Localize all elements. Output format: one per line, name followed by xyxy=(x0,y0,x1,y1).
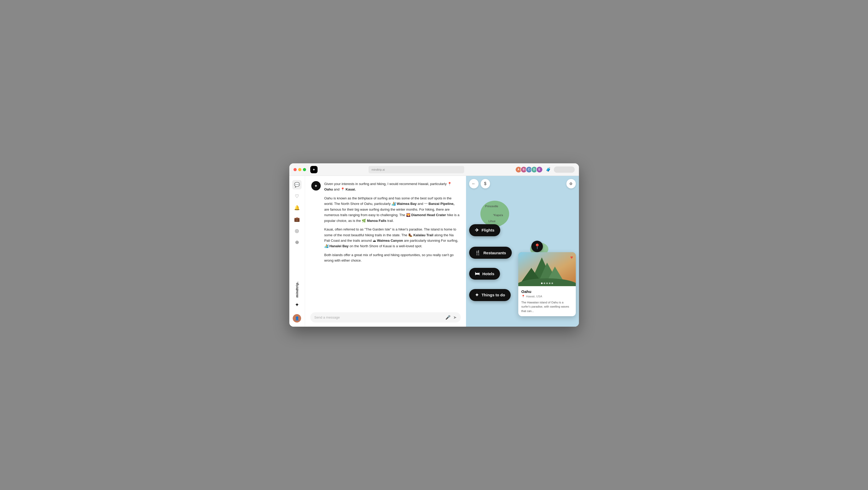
card-heart-icon[interactable]: ♥ xyxy=(570,255,573,260)
pin-icon-1: 📍 xyxy=(447,182,452,186)
hotels-label: Hotels xyxy=(482,272,494,276)
card-dot-5 xyxy=(552,282,553,284)
flights-icon: ✈ xyxy=(475,227,479,233)
message-body: Given your interests in surfing and hiki… xyxy=(324,181,460,264)
card-body: Oahu 📍 Hawaii, USA The Hawaiian island o… xyxy=(518,286,576,316)
sidebar-icon-heart[interactable]: ♡ xyxy=(292,191,302,201)
url-text: mindtrip.ai xyxy=(372,168,385,171)
ai-avatar: ✦ xyxy=(311,181,321,190)
things-to-do-icon: ✦ xyxy=(475,292,479,298)
oahu-card[interactable]: ♥ Oahu 📍 Hawaii, USA The Haw xyxy=(518,252,576,316)
traffic-lights xyxy=(293,168,306,171)
map-panel: Princeville °Kapa'a Lihue Lahaina Kihei … xyxy=(466,176,579,327)
flights-button[interactable]: ✈ Flights xyxy=(469,224,500,236)
close-button[interactable] xyxy=(293,168,297,171)
hanalei-text: Hanalei Bay xyxy=(329,244,349,248)
sidebar-brand: mindtrip. xyxy=(295,281,299,297)
surf-icon-1: 🏄 xyxy=(392,202,396,206)
minimize-button[interactable] xyxy=(298,168,301,171)
ai-message: ✦ Given your interests in surfing and hi… xyxy=(311,181,460,264)
sidebar-icon-chat[interactable]: 💬 xyxy=(292,180,302,189)
card-location-text: Hawaii, USA xyxy=(526,295,542,298)
chat-area: ✦ Given your interests in surfing and hi… xyxy=(305,176,466,327)
card-dot-2 xyxy=(544,282,545,284)
chat-input-area: 🎤 ➤ xyxy=(305,309,466,327)
and-text: and xyxy=(334,187,340,191)
card-image-dots xyxy=(541,282,553,284)
avatar-group: A B C D E xyxy=(515,166,543,173)
kauai-text: Kauai. xyxy=(345,187,356,191)
app-window: ✦ mindtrip.ai A B C D E xyxy=(289,163,579,327)
kalalau-text: Kalalau Trail xyxy=(413,233,433,237)
card-description: The Hawaiian island of Oahu is a surfer'… xyxy=(521,300,572,313)
sidebar-icon-add[interactable]: ⊕ xyxy=(292,238,302,247)
map-pin-oahu[interactable]: 📍 xyxy=(531,241,543,252)
app-logo: ✦ xyxy=(310,166,317,173)
message-input[interactable] xyxy=(314,315,443,319)
bag-icon[interactable]: 🧳 xyxy=(545,166,552,173)
map-dollar-button[interactable]: $ xyxy=(480,179,490,188)
pin-icon-2: 📍 xyxy=(341,187,345,191)
restaurants-label: Restaurants xyxy=(483,251,506,255)
para2d-text: on the North Shore of Kauai is a well-lo… xyxy=(349,244,422,248)
card-title: Oahu xyxy=(521,289,572,294)
para2c-text: are particularly stunning For surfing, xyxy=(404,239,458,243)
card-dot-3 xyxy=(546,282,548,284)
sidebar-icon-bell[interactable]: 🔔 xyxy=(292,203,302,212)
waimea-text: Waimea Bay xyxy=(397,202,416,206)
intro-text: Given your interests in surfing and hiki… xyxy=(324,182,448,186)
maximize-button[interactable] xyxy=(303,168,306,171)
restaurants-icon: 🍴 xyxy=(475,250,480,255)
title-bar: ✦ mindtrip.ai A B C D E xyxy=(289,163,579,176)
restaurants-button[interactable]: 🍴 Restaurants xyxy=(469,247,512,259)
para3-text: Both islands offer a great mix of surfin… xyxy=(324,252,460,264)
banzai-text: Banzai Pipeline, xyxy=(429,202,455,206)
flights-label: Flights xyxy=(482,228,494,232)
sidebar-icon-bag[interactable]: 💼 xyxy=(292,215,302,224)
tree-icon: 🌿 xyxy=(362,219,366,223)
oahu-text: Oahu xyxy=(324,187,333,191)
diamond-text: Diamond Head Crater xyxy=(411,213,446,217)
things-to-do-label: Things to do xyxy=(482,293,505,297)
things-to-do-button[interactable]: ✦ Things to do xyxy=(469,289,511,301)
profile-bar[interactable] xyxy=(554,166,575,173)
avatar-5: E xyxy=(536,166,543,173)
wave-icon: 〰 xyxy=(424,202,428,206)
and2-text: and xyxy=(418,202,424,206)
title-bar-right: A B C D E 🧳 xyxy=(515,166,575,173)
main-content: 💬 ♡ 🔔 💼 ◎ ⊕ mindtrip. ✦ 👤 ✦ Given your i… xyxy=(289,176,579,327)
sidebar-icon-location[interactable]: ◎ xyxy=(292,226,302,236)
canyon-icon: ⛰ xyxy=(373,239,376,243)
manoa-text: Manoa Falls xyxy=(367,219,386,223)
trail-icon: 🥾 xyxy=(408,233,412,237)
card-dot-4 xyxy=(549,282,551,284)
svg-point-1 xyxy=(480,201,509,227)
card-location: 📍 Hawaii, USA xyxy=(521,295,572,298)
chat-input-wrapper: 🎤 ➤ xyxy=(310,312,461,323)
para1d-text: trail. xyxy=(388,219,394,223)
chat-messages: ✦ Given your interests in surfing and hi… xyxy=(305,176,466,309)
hotels-button[interactable]: 🛏 Hotels xyxy=(469,268,500,280)
sidebar: 💬 ♡ 🔔 💼 ◎ ⊕ mindtrip. ✦ 👤 xyxy=(289,176,305,327)
send-icon[interactable]: ➤ xyxy=(453,315,457,320)
mic-icon[interactable]: 🎤 xyxy=(445,315,451,320)
card-dot-1 xyxy=(541,282,542,284)
map-filter-button[interactable]: ⚙ xyxy=(566,179,576,188)
sidebar-star-icon: ✦ xyxy=(295,302,299,308)
hotels-icon: 🛏 xyxy=(475,271,479,276)
hike-icon: 🌄 xyxy=(406,213,410,217)
waimea-canyon-text: Waimea Canyon xyxy=(377,239,403,243)
surf-icon-2: 🏄 xyxy=(324,244,329,248)
card-image: ♥ xyxy=(518,252,576,286)
url-bar[interactable]: mindtrip.ai xyxy=(369,166,464,173)
map-back-button[interactable]: ← xyxy=(469,179,478,188)
map-top-bar: ← $ xyxy=(469,179,490,188)
user-avatar[interactable]: 👤 xyxy=(293,314,301,323)
card-location-pin-icon: 📍 xyxy=(521,295,525,298)
